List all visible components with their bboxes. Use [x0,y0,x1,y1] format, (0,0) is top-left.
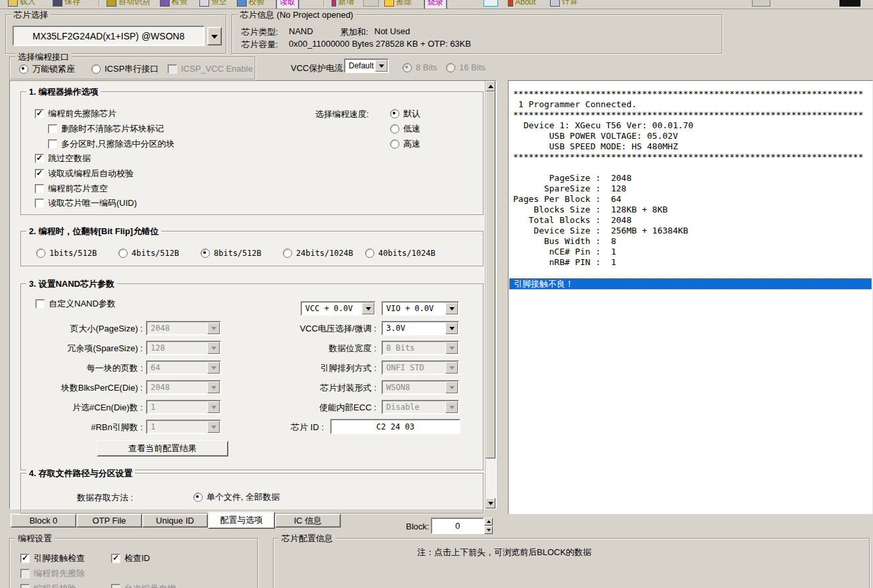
chevron-down-icon [445,342,458,354]
toolbar-blankcheck-button[interactable]: 查空 [199,0,227,8]
view-config-button-label: 查看当前配置结果 [128,443,197,454]
radio-circle [365,249,374,258]
tab-config-options[interactable]: 配置与选项 [208,512,275,529]
scrollbar-thumb[interactable] [486,91,495,458]
checkbox-pin-contact-check[interactable]: 引脚接触检查 [20,553,85,563]
blocks-per-ce-value: 2048 [151,383,170,392]
log-panel[interactable]: ****************************************… [508,80,873,514]
toolbar-test-button[interactable]: 检查 [160,0,187,8]
calculator-icon [550,0,560,7]
chevron-down-icon[interactable] [362,303,374,314]
scroll-down-button[interactable] [486,498,495,508]
scroll-up-button[interactable] [486,81,495,91]
checkbox-auto-verify[interactable]: 读取或编程后自动校验 [35,168,134,178]
checkbox-blank-check-before-program[interactable]: 编程前芯片查空 [35,184,108,193]
block-nav-label: Block: [406,522,429,531]
checkbox-label: 编程前先擦除 [34,568,85,579]
toolbar-test-label: 检查 [172,0,187,7]
chevron-down-icon[interactable] [375,60,387,72]
tab-block0[interactable]: Block 0 [11,514,76,527]
radio-24bits-1024b[interactable]: 24bits/1024B [283,248,353,258]
chevron-down-icon[interactable] [445,322,458,334]
pin-contact-error-alert[interactable]: 引脚接触不良！ [509,278,872,289]
chip-select-combobox[interactable]: MX35LF2G24AD(x1+ISP) @WSON8 [12,26,205,46]
log-line: 1 Programmer Connected. [513,99,872,110]
block-down-button[interactable] [484,526,493,534]
checkbox-check-id[interactable]: 检查ID [111,553,150,563]
chip-capacity-value: 0x00_11000000 Bytes 278528 KB + OTP: 63K… [289,39,471,49]
package-value: WSON8 [386,383,410,392]
chip-id-field[interactable]: C2 24 03 [330,419,461,434]
checkbox-keep-badblock-marks[interactable]: 删除时不清除芯片坏块标记 [48,124,164,134]
radio-1bits-512b[interactable]: 1bits/512B [36,248,97,258]
log-line: nRB# PIN : 1 [513,257,872,268]
chip-select-dropdown-button[interactable] [207,27,222,45]
toolbar-ram-button[interactable] [363,0,379,8]
chip-type-label: 芯片类型: [241,26,278,38]
toolbar-read-button[interactable]: 读取 [276,0,299,9]
toolbar-power-button[interactable] [839,0,861,8]
log-line [513,268,872,278]
panel-scrollbar[interactable] [485,81,496,508]
tab-otp-file[interactable]: OTP File [76,514,142,527]
checkbox-erase-before: 编程前先擦除 [20,568,85,578]
radio-8bits-512b[interactable]: 8bits/512B [201,248,261,258]
block-up-button[interactable] [484,518,493,526]
blocks-per-ce-label: 块数BlksPerCE(Die) : [24,382,143,394]
checkbox-read-uid[interactable]: 读取芯片唯一编码(UID) [35,198,137,208]
checkbox-custom-nand-params[interactable]: 自定义NAND参数 [36,299,116,308]
ce-count-combobox: 1 [146,400,221,414]
radio-single-file-all-data[interactable]: 单个文件, 全部数据 [193,492,280,502]
tab-unique-id[interactable]: Unique ID [142,514,208,527]
radio-universal-socket[interactable]: 万能锁紧座 [19,64,75,74]
radio-speed-default[interactable]: 默认 [390,109,420,118]
toolbar-load-button[interactable]: 载入 [8,0,36,8]
radio-icsp[interactable]: ICSP串行接口 [91,64,159,74]
toolbar-calc-button[interactable]: 计算 [550,0,578,8]
checkbox-label: 编程前先擦除芯片 [48,108,116,120]
checkbox-erase-before-program[interactable]: 编程前先擦除芯片 [35,109,116,118]
block-number-field[interactable]: 0 [431,518,484,534]
toolbar-about-button[interactable]: About [508,0,536,8]
tab-ic-info[interactable]: IC 信息 [275,514,341,527]
xgpro-programmer-window: { "toolbar": { "items": [ {"label":"载入"}… [0,0,873,588]
view-config-button[interactable]: 查看当前配置结果 [97,441,228,456]
checksum-value: Not Used [374,26,410,36]
radio-40bits-1024b[interactable]: 40bits/1024B [365,248,436,258]
checkbox-skip-blank-data[interactable]: 跳过空数据 [35,153,91,163]
toolbar-program-button[interactable]: 烧录 [424,0,447,9]
toolbar-autodetect-button[interactable]: 自动识别 [107,0,150,8]
checkbox-erase-selected-partition[interactable]: 多分区时,只擦除选中分区的块 [48,139,175,149]
chevron-down-icon [211,35,218,42]
toolbar-verify-button[interactable]: 校验 [237,0,264,8]
vcc-voltage-combobox[interactable]: 3.0V [382,321,459,335]
radio-speed-low[interactable]: 低速 [390,124,420,134]
sparesize-combobox: 128 [146,341,221,355]
radio-circle [118,249,128,258]
toolbar-erase-button[interactable]: 擦除 [384,0,412,8]
radio-speed-high[interactable]: 高速 [390,139,420,149]
toolbar-device-select-button[interactable] [752,0,770,8]
toolbar-socket-button[interactable] [484,0,498,8]
vcc-voltage-value: 3.0V [386,324,405,333]
toolbar-add-button[interactable]: 新增 [332,0,354,8]
toolbar-read-label: 读取 [280,0,295,8]
log-line: USB SPEED MODE: HS 480MHZ [513,141,872,152]
radio-4bits-512b[interactable]: 4bits/512B [118,248,179,258]
chevron-down-icon [445,401,458,413]
checkbox-label: 编程后校验 [34,583,76,588]
vio-offset-combobox[interactable]: VIO + 0.0V [382,301,459,316]
checkbox-label: 跳过空数据 [48,153,91,164]
checkbox-label: 删除时不清除芯片坏块标记 [61,123,164,135]
rbn-pins-combobox: 1 [146,420,221,434]
ce-count-label: 片选#CEn(Die)数 : [24,402,143,414]
vcc-protect-combobox[interactable]: Default [344,59,389,73]
chevron-down-icon[interactable] [445,303,458,314]
chevron-down-icon [207,322,220,334]
data-width-combobox: 8 Bits [382,341,459,355]
toolbar-save-label: 保存 [64,0,80,7]
vcc-offset-combobox[interactable]: VCC + 0.0V [301,301,376,316]
vcc-protect-value: Default [349,61,374,70]
toolbar-save-button[interactable]: 保存 [53,0,80,8]
blocks-per-ce-combobox: 2048 [146,380,221,395]
